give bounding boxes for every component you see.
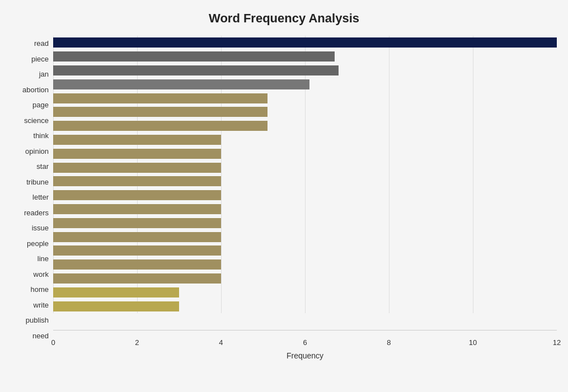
bar-row [53, 65, 557, 76]
y-label: home [11, 282, 53, 297]
bar [53, 93, 267, 103]
bar-row [53, 301, 557, 312]
bar [53, 287, 179, 297]
bar-row [53, 148, 557, 159]
chart-area: readpiecejanabortionpagesciencethinkopin… [11, 36, 557, 360]
bar [53, 51, 335, 62]
bar-row [53, 190, 557, 201]
bar-row [53, 245, 557, 256]
bar [53, 149, 221, 159]
y-label: think [11, 128, 53, 143]
y-label: read [11, 36, 53, 51]
bars-and-grid [53, 36, 557, 330]
bar-row [53, 204, 557, 215]
y-label: readers [11, 205, 53, 220]
y-label: star [11, 159, 53, 174]
y-label: publish [11, 313, 53, 328]
x-axis: 024681012 [53, 330, 557, 347]
bar [53, 232, 221, 242]
y-label: tribune [11, 174, 53, 190]
bar [53, 259, 221, 270]
bar [53, 121, 267, 131]
y-label: abortion [11, 82, 53, 97]
x-tick: 2 [135, 338, 139, 347]
bar [53, 245, 221, 256]
bar [53, 190, 221, 200]
y-label: work [11, 267, 53, 282]
y-label: line [11, 251, 53, 266]
bar-row [53, 218, 557, 229]
x-tick: 6 [303, 338, 307, 347]
bar [53, 163, 221, 173]
y-label: write [11, 297, 53, 313]
x-axis-title: Frequency [53, 351, 557, 360]
chart-title: Word Frequency Analysis [11, 11, 557, 26]
bar-row [53, 37, 557, 48]
y-label: letter [11, 190, 53, 205]
x-tick: 4 [219, 338, 223, 347]
x-tick: 12 [553, 338, 561, 347]
bar [53, 273, 221, 284]
bar-row [53, 93, 557, 104]
bar [53, 176, 221, 186]
y-label: jan [11, 67, 53, 82]
y-label: need [11, 328, 53, 343]
bar [53, 37, 557, 48]
y-axis-labels: readpiecejanabortionpagesciencethinkopin… [11, 36, 53, 360]
bar [53, 218, 221, 228]
bar [53, 65, 339, 75]
bar-row [53, 79, 557, 90]
bar [53, 204, 221, 214]
bar-row [53, 106, 557, 117]
y-label: opinion [11, 144, 53, 159]
bar-row [53, 259, 557, 270]
bar-row [53, 176, 557, 187]
y-label: page [11, 97, 53, 112]
bar [53, 79, 309, 89]
bar-row [53, 232, 557, 243]
bar-row [53, 162, 557, 173]
bar-row [53, 51, 557, 62]
x-tick: 8 [387, 338, 391, 347]
y-label: people [11, 236, 53, 251]
bar [53, 107, 267, 117]
y-label: science [11, 113, 53, 128]
bar-row [53, 273, 557, 284]
bar-row [53, 134, 557, 145]
x-tick: 0 [51, 338, 55, 347]
bars-container [53, 36, 557, 313]
bar-row [53, 287, 557, 298]
bar [53, 135, 221, 145]
plot-area: 024681012 Frequency [53, 36, 557, 360]
chart-container: Word Frequency Analysis readpiecejanabor… [0, 0, 568, 392]
bar-row [53, 120, 557, 131]
x-tick: 10 [469, 338, 477, 347]
y-label: piece [11, 51, 53, 67]
y-label: issue [11, 220, 53, 235]
bar [53, 301, 179, 311]
